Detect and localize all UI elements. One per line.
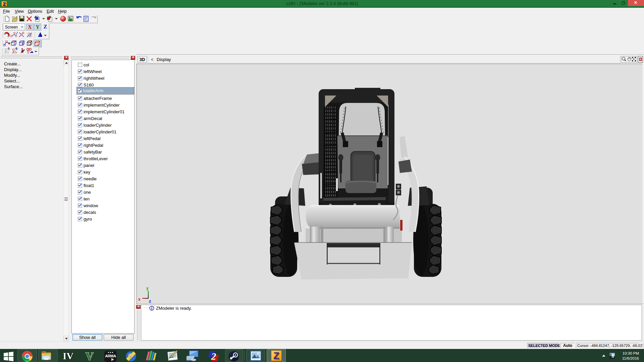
svg-text:x: x <box>138 297 141 302</box>
svg-text:y: y <box>146 286 149 291</box>
svg-text:ARMA: ARMA <box>105 354 116 358</box>
svg-text:z: z <box>149 299 151 304</box>
svg-text:V: V <box>86 351 94 362</box>
svg-text:IV: IV <box>63 351 73 361</box>
svg-text:2: 2 <box>211 351 216 362</box>
